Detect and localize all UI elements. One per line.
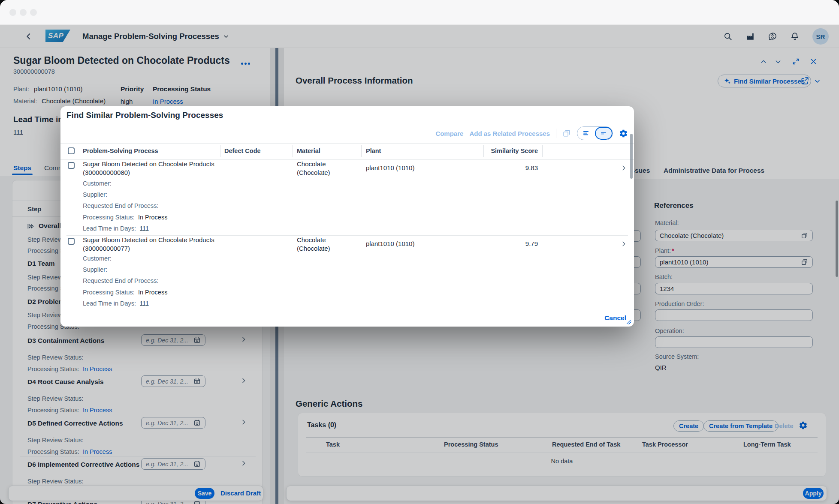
row-chevron-right-icon[interactable] xyxy=(620,240,627,247)
view-mode-segmented-control xyxy=(577,126,613,140)
row-material-1: Chocolate xyxy=(297,236,326,243)
row-processing: Processing Status:In Process xyxy=(83,213,167,221)
row-lead-time-value: 111 xyxy=(139,300,149,307)
row-processing-value: In Process xyxy=(138,289,168,296)
row-customer-label: Customer: xyxy=(83,255,112,262)
copy-icon[interactable] xyxy=(562,129,571,138)
row-id: (300000000080) xyxy=(83,169,130,176)
row-title: Sugar Bloom Detected on Chocolate Produc… xyxy=(83,160,214,168)
row-score: 9.79 xyxy=(485,240,538,247)
row-plant: plant1010 (1010) xyxy=(366,164,414,171)
row-lead-time-value: 111 xyxy=(139,225,149,232)
col-defect-code: Defect Code xyxy=(224,147,261,154)
col-problem-solving-process: Problem-Solving Process xyxy=(83,147,158,154)
row-supplier-label: Supplier: xyxy=(83,191,107,198)
row-lead-time: Lead Time in Days:111 xyxy=(83,300,149,307)
window-titlebar xyxy=(0,0,839,25)
dialog-scrollbar-thumb[interactable] xyxy=(630,134,633,179)
traffic-light-zoom[interactable] xyxy=(30,9,37,16)
row-material-2: (Chocolate) xyxy=(297,245,330,252)
expanded-rows-icon xyxy=(582,129,590,137)
row-processing-value: In Process xyxy=(138,214,168,221)
traffic-light-minimize[interactable] xyxy=(20,9,27,16)
find-similar-dialog: Find Similar Problem-Solving Processes C… xyxy=(60,106,634,327)
row-plant: plant1010 (1010) xyxy=(366,240,414,247)
col-material: Material xyxy=(297,147,320,154)
row-chevron-right-icon[interactable] xyxy=(620,165,627,171)
expanded-view-button[interactable] xyxy=(577,127,595,140)
dialog-title: Find Similar Problem-Solving Processes xyxy=(66,111,223,120)
dialog-toolbar: Compare Add as Related Processes xyxy=(435,126,628,141)
traffic-light-close[interactable] xyxy=(9,9,16,16)
add-as-related-button[interactable]: Add as Related Processes xyxy=(469,130,550,137)
row-processing: Processing Status:In Process xyxy=(83,288,167,296)
toolbar-separator xyxy=(556,129,556,138)
row-id: (300000000077) xyxy=(83,245,130,252)
compare-button[interactable]: Compare xyxy=(435,130,463,137)
row-requested-end-label: Requested End of Process: xyxy=(83,277,159,284)
screen: SAP Manage Problem-Solving Processes SR … xyxy=(0,0,839,504)
col-separator xyxy=(361,145,362,157)
condensed-view-button[interactable] xyxy=(595,127,613,140)
dialog-footer-border xyxy=(60,310,634,310)
row-supplier-label: Supplier: xyxy=(83,266,107,273)
row-lead-time: Lead Time in Days:111 xyxy=(83,225,149,232)
resize-grip-icon[interactable] xyxy=(626,319,632,325)
app-window: SAP Manage Problem-Solving Processes SR … xyxy=(0,0,839,504)
row-checkbox[interactable] xyxy=(68,238,75,245)
row-title: Sugar Bloom Detected on Chocolate Produc… xyxy=(83,236,214,243)
table-settings-gear-icon[interactable] xyxy=(619,129,628,138)
row-checkbox[interactable] xyxy=(68,162,75,169)
col-plant: Plant xyxy=(366,147,381,154)
row-requested-end-label: Requested End of Process: xyxy=(83,202,159,209)
dialog-table-border-top xyxy=(60,144,634,144)
condensed-rows-icon xyxy=(600,129,607,137)
row-customer-label: Customer: xyxy=(83,180,112,187)
col-separator xyxy=(483,145,484,157)
row-score: 9.83 xyxy=(485,164,538,171)
col-separator xyxy=(542,145,543,157)
row-material-1: Chocolate xyxy=(297,160,326,168)
col-similarity-score: Similarity Score xyxy=(485,147,538,154)
row-material-2: (Chocolate) xyxy=(297,169,330,176)
cancel-button[interactable]: Cancel xyxy=(604,314,626,322)
row-separator xyxy=(66,235,628,236)
col-separator xyxy=(220,145,220,157)
dialog-table-border-bottom xyxy=(60,159,634,159)
select-all-checkbox[interactable] xyxy=(68,147,75,154)
col-separator xyxy=(293,145,293,157)
